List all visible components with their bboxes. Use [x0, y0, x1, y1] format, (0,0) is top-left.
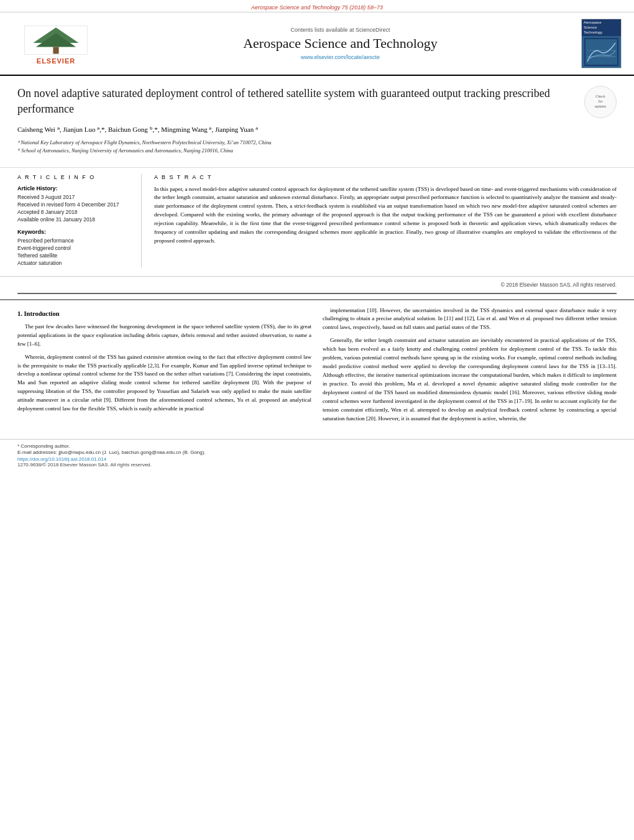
- keyword-2: Event-triggered control: [17, 245, 132, 251]
- article-history-label: Article History:: [17, 185, 132, 192]
- svg-rect-5: [586, 39, 617, 65]
- keyword-1: Prescribed performance: [17, 238, 132, 244]
- keywords-label: Keywords:: [17, 229, 132, 235]
- content-grid: A R T I C L E I N F O Article History: R…: [0, 168, 634, 277]
- cover-bottom: [582, 36, 621, 68]
- accepted-date: Accepted 8 January 2018: [17, 209, 132, 215]
- svg-rect-3: [53, 47, 58, 53]
- article-section: On novel adaptive saturated deployment c…: [0, 76, 634, 168]
- journal-url: www.elsevier.com/locate/aescte: [99, 54, 581, 60]
- article-title-row: On novel adaptive saturated deployment c…: [17, 86, 617, 118]
- corresponding-author-note: * Corresponding author.: [17, 443, 617, 449]
- check-updates-text: Check for updates: [595, 95, 606, 109]
- copyright-line: © 2018 Elsevier Masson SAS. All rights r…: [0, 282, 634, 293]
- affiliation-a: ᵃ National Key Laboratory of Aerospace F…: [17, 139, 617, 147]
- elsevier-label: ELSEVIER: [37, 57, 75, 65]
- section1-title: 1. Introduction: [17, 309, 311, 319]
- section-divider: [17, 293, 617, 294]
- elsevier-tree-icon: [19, 23, 93, 57]
- body-para-1: The past few decades have witnessed the …: [17, 323, 311, 349]
- abstract-text: In this paper, a novel model-free adapti…: [154, 185, 617, 246]
- body-para-2: Wherein, deployment control of the TSS h…: [17, 353, 311, 414]
- authors-line: Caisheng Wei ᵃ, Jianjun Luo ᵃ,*, Baichun…: [17, 126, 617, 134]
- left-col: 1. Introduction The past few decades hav…: [17, 307, 311, 428]
- body-para-4: Generally, the tether length constraint …: [323, 336, 617, 423]
- article-title: On novel adaptive saturated deployment c…: [17, 86, 575, 117]
- journal-main-title: Aerospace Science and Technology: [99, 35, 581, 52]
- article-info-heading: A R T I C L E I N F O: [17, 174, 132, 180]
- sciencedirect-line: Contents lists available at ScienceDirec…: [99, 27, 581, 33]
- journal-cover: Aerospace Science Technology: [581, 19, 622, 68]
- received-date: Received 3 August 2017: [17, 194, 132, 200]
- keyword-4: Actuator saturation: [17, 260, 132, 266]
- affiliations: ᵃ National Key Laboratory of Aerospace F…: [17, 139, 617, 155]
- journal-top-bar: Aerospace Science and Technology 75 (201…: [0, 0, 634, 12]
- received-revised-date: Received in revised form 4 December 2017: [17, 201, 132, 208]
- issn-line: 1270-9638/© 2018 Elsevier Masson SAS. Al…: [17, 462, 617, 468]
- elsevier-logo: ELSEVIER: [12, 23, 99, 65]
- two-col-layout: 1. Introduction The past few decades hav…: [17, 307, 617, 428]
- abstract-heading: A B S T R A C T: [154, 174, 617, 180]
- cover-top-text: Aerospace Science Technology: [582, 19, 621, 36]
- keyword-3: Tethered satellite: [17, 252, 132, 259]
- body-para-3: implementation [10]. However, the uncert…: [323, 307, 617, 333]
- journal-header: ELSEVIER Contents lists available at Sci…: [0, 12, 634, 76]
- available-online-date: Available online 31 January 2018: [17, 216, 132, 223]
- email-note: E-mail addresses: jjluo@nwpu.edu.cn (J. …: [17, 450, 617, 455]
- doi-link[interactable]: https://doi.org/10.1016/j.ast.2018.01.01…: [17, 456, 617, 462]
- right-col: implementation [10]. However, the uncert…: [323, 307, 617, 428]
- copyright-text: © 2018 Elsevier Masson SAS. All rights r…: [501, 282, 617, 288]
- abstract-col: A B S T R A C T In this paper, a novel m…: [142, 174, 617, 267]
- page-footer: * Corresponding author. E-mail addresses…: [0, 439, 634, 473]
- journal-title-center: Contents lists available at ScienceDirec…: [99, 27, 581, 60]
- journal-citation: Aerospace Science and Technology 75 (201…: [251, 4, 383, 11]
- article-info-col: A R T I C L E I N F O Article History: R…: [17, 174, 142, 267]
- check-updates-badge: Check for updates: [584, 86, 617, 118]
- affiliation-b: ᵇ School of Astronautics, Nanjing Univer…: [17, 147, 617, 155]
- body-content: 1. Introduction The past few decades hav…: [0, 299, 634, 434]
- sciencedirect-text: Contents lists available at ScienceDirec…: [290, 27, 390, 33]
- cover-image-icon: [584, 38, 618, 66]
- page-container: Aerospace Science and Technology 75 (201…: [0, 0, 634, 840]
- authors-text: Caisheng Wei ᵃ, Jianjun Luo ᵃ,*, Baichun…: [17, 126, 258, 133]
